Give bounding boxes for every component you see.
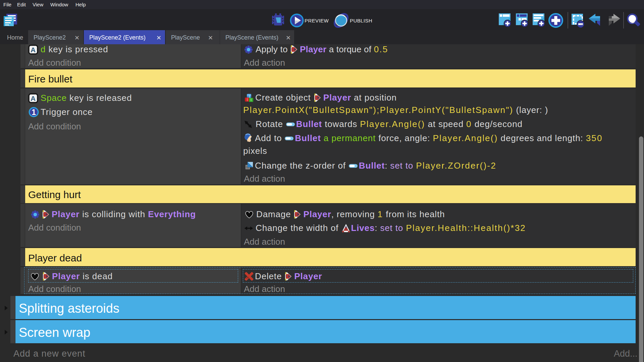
svg-text:1: 1 <box>32 108 36 117</box>
svg-text:A: A <box>31 95 36 102</box>
svg-text:A: A <box>31 46 36 54</box>
